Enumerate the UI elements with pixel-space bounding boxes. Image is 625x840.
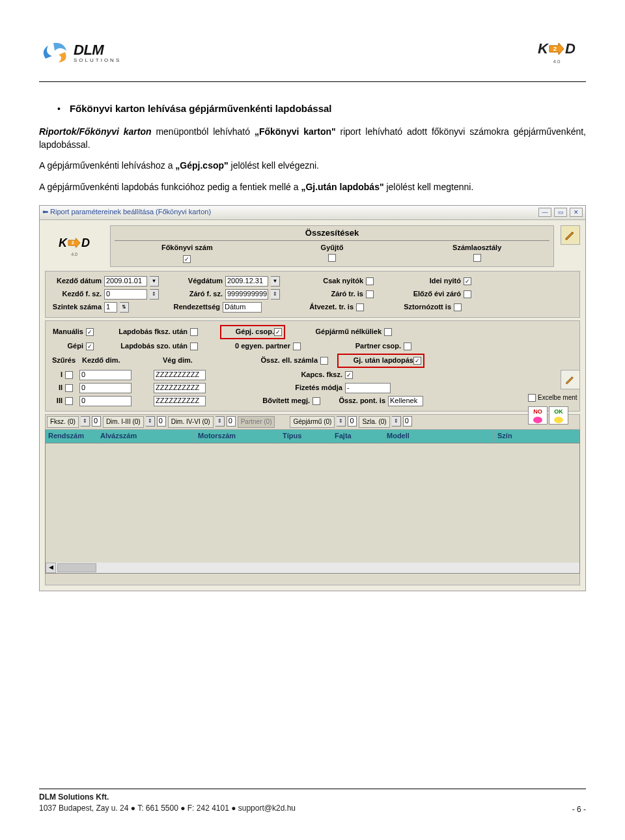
- stepper-icon[interactable]: ⇕: [150, 289, 159, 300]
- minimize-button[interactable]: —: [538, 208, 551, 217]
- kellenek-input[interactable]: Kellenek: [388, 396, 423, 406]
- summaries-panel: Összesítések Főkönyvi szám Gyűjtő Számla…: [110, 225, 554, 267]
- szamlaosztaly-checkbox[interactable]: [473, 254, 481, 262]
- elozo-evi-checkbox[interactable]: [464, 290, 471, 298]
- pencil-icon: [565, 374, 576, 385]
- egyen-partner-checkbox[interactable]: [293, 343, 301, 350]
- dropdown-icon[interactable]: ▼: [150, 276, 159, 287]
- col-tipus[interactable]: Típus: [280, 430, 332, 443]
- ok-button[interactable]: OK: [549, 406, 568, 425]
- zaro-fsz-input[interactable]: 9999999999: [225, 289, 268, 300]
- col-szamlaosztaly: Számlaosztály: [404, 243, 549, 253]
- sztornozott-checkbox[interactable]: [454, 303, 462, 311]
- scroll-left-icon[interactable]: ◀: [46, 563, 56, 573]
- no-button[interactable]: NO: [528, 406, 548, 425]
- gj-utan-checkbox[interactable]: [413, 357, 421, 365]
- col-modell[interactable]: Modell: [384, 430, 495, 443]
- col-szin[interactable]: Szín: [495, 430, 579, 443]
- app-logo: K2D 4.0: [45, 225, 104, 267]
- close-button[interactable]: ✕: [570, 208, 583, 217]
- page-header: DLM SOLUTIONS K 2 D 4.0: [39, 36, 586, 68]
- company-logo: DLM SOLUTIONS: [39, 39, 121, 65]
- idei-nyito-checkbox[interactable]: [464, 277, 471, 285]
- dim2-checkbox[interactable]: [65, 384, 73, 392]
- szintek-input[interactable]: 1: [104, 302, 117, 313]
- page-footer: DLM Solutions Kft. 1037 Budapest, Zay u.…: [39, 789, 586, 814]
- dim2-hi-input[interactable]: ZZZZZZZZZZ: [154, 383, 206, 393]
- dim2-lo-input[interactable]: 0: [79, 383, 132, 393]
- col-rendszam[interactable]: Rendszám: [46, 430, 98, 443]
- dim1-checkbox[interactable]: [65, 371, 73, 379]
- product-logo: K 2 D 4.0: [527, 36, 586, 68]
- gepi-checkbox[interactable]: [86, 343, 94, 350]
- section-heading: Főkönyvi karton lehívása gépjárművenként…: [70, 102, 332, 116]
- col-fajta[interactable]: Fajta: [332, 430, 384, 443]
- gepjarmu-nelkuliek-checkbox[interactable]: [384, 328, 392, 336]
- excel-export[interactable]: Excelbe ment: [528, 393, 580, 403]
- col-fokonyv: Főkönyvi szám: [115, 243, 260, 253]
- logo-subtitle: SOLUTIONS: [74, 57, 121, 63]
- params-panel-2: Manuális Lapdobás fksz. után Gépj. csop.…: [45, 320, 580, 412]
- pencil-button[interactable]: [561, 370, 580, 389]
- rendezettseg-input[interactable]: Dátum: [223, 302, 262, 313]
- lapdobas-fksz-checkbox[interactable]: [190, 328, 198, 336]
- header-separator: [39, 81, 586, 82]
- dim3-checkbox[interactable]: [65, 397, 73, 405]
- grid-header: Rendszám Alvázszám Motorszám Típus Fajta…: [45, 430, 580, 443]
- fokonyv-checkbox[interactable]: [183, 255, 191, 263]
- footer-company: DLM Solutions Kft.: [39, 792, 296, 803]
- logo-text: DLM: [74, 42, 121, 59]
- gepj-csop-checkbox[interactable]: [274, 328, 282, 336]
- window-title: Riport paramétereinek beállítása (Főköny…: [50, 208, 211, 216]
- col-motorszam[interactable]: Motorszám: [195, 430, 280, 443]
- bullet-icon: •: [57, 102, 61, 115]
- tab-szla[interactable]: Szla. (0): [359, 416, 389, 428]
- dropdown-icon[interactable]: ▼: [271, 276, 280, 287]
- vegdatum-input[interactable]: 2009.12.31: [225, 276, 268, 287]
- horizontal-scrollbar[interactable]: ◀: [46, 563, 579, 573]
- bovitett-checkbox[interactable]: [312, 397, 320, 405]
- edit-button[interactable]: [561, 225, 580, 245]
- lapdobas-szo-checkbox[interactable]: [190, 343, 198, 350]
- col-alvazszam[interactable]: Alvázszám: [98, 430, 195, 443]
- stepper-icon[interactable]: ⇕: [271, 289, 280, 300]
- atvezet-checkbox[interactable]: [356, 303, 364, 311]
- stepper-icon[interactable]: ⇕: [215, 416, 225, 427]
- partner-csop-checkbox[interactable]: [404, 343, 411, 350]
- ossz-ell-checkbox[interactable]: [320, 357, 328, 365]
- dim3-hi-input[interactable]: ZZZZZZZZZZ: [154, 396, 206, 406]
- tab-gepjarmu[interactable]: Gépjármű (0): [290, 416, 335, 428]
- kezdo-fsz-input[interactable]: 0: [104, 289, 147, 300]
- tab-fksz[interactable]: Fksz. (0): [47, 416, 79, 428]
- dim1-lo-input[interactable]: 0: [79, 370, 132, 380]
- excel-checkbox[interactable]: [528, 394, 536, 402]
- manualis-checkbox[interactable]: [86, 328, 94, 336]
- kapcs-checkbox[interactable]: [345, 371, 353, 379]
- tab-dim1[interactable]: Dim. I-III (0): [103, 416, 144, 428]
- maximize-button[interactable]: ▭: [554, 208, 567, 217]
- csak-nyitok-checkbox[interactable]: [366, 277, 374, 285]
- logo-icon: [39, 39, 70, 65]
- zaro-tr-checkbox[interactable]: [366, 290, 374, 298]
- pencil-icon: [564, 229, 576, 241]
- tab-dim4[interactable]: Dim. IV-VI (0): [168, 416, 214, 428]
- kezdo-datum-input[interactable]: 2009.01.01: [104, 276, 147, 287]
- stepper-icon[interactable]: ⇕: [146, 416, 155, 427]
- col-gyujto: Gyűjtő: [260, 243, 405, 253]
- dim1-hi-input[interactable]: ZZZZZZZZZZ: [154, 370, 206, 380]
- stepper-icon[interactable]: ⇕: [81, 416, 90, 427]
- summaries-title: Összesítések: [115, 227, 549, 241]
- stepper-icon[interactable]: ⇕: [392, 416, 401, 427]
- scroll-thumb[interactable]: [57, 563, 96, 572]
- window-titlebar: ⬅ Riport paramétereinek beállítása (Főkö…: [40, 206, 585, 220]
- document-content: • Főkönyvi karton lehívása gépjárművenké…: [39, 102, 586, 591]
- gyujto-checkbox[interactable]: [328, 254, 336, 262]
- stepper-icon[interactable]: ⇕: [337, 416, 346, 427]
- fizetes-input[interactable]: -: [345, 383, 391, 393]
- spinner-icon[interactable]: ⇅: [120, 302, 129, 313]
- dim3-lo-input[interactable]: 0: [79, 396, 132, 406]
- svg-text:2: 2: [72, 240, 74, 245]
- grid-body: ◀: [45, 443, 580, 574]
- paragraph-3: A gépjárművenkénti lapdobás funkcióhoz p…: [39, 180, 586, 193]
- filter-tabs: Fksz. (0)⇕0 Dim. I-III (0)⇕0 Dim. IV-VI …: [45, 414, 580, 430]
